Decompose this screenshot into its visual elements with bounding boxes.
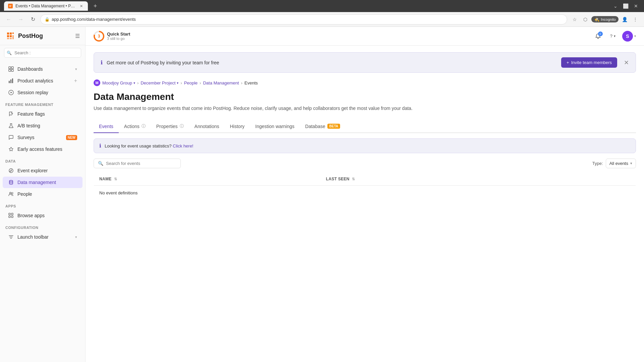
name-sort-icon: ⇅	[114, 177, 117, 181]
sidebar-item-data-management-label: Data management	[17, 180, 77, 185]
tab-properties[interactable]: Properties ⓘ	[151, 120, 189, 133]
new-tab-button[interactable]: +	[91, 1, 100, 11]
tab-actions[interactable]: Actions ⓘ	[119, 120, 151, 133]
sidebar-nav: Dashboards ▾ Product analytics + Session…	[0, 60, 85, 362]
window-maximize-button[interactable]: ⬜	[621, 3, 631, 9]
sidebar-item-product-analytics[interactable]: Product analytics +	[3, 75, 83, 86]
tab-title: Events • Data Management • Po...	[15, 4, 76, 8]
last-seen-column-header[interactable]: LAST SEEN ⇅	[321, 173, 636, 186]
account-button[interactable]: 👤	[620, 15, 629, 24]
sidebar-item-browse-apps[interactable]: Browse apps	[3, 210, 83, 221]
add-icon[interactable]: +	[74, 78, 77, 84]
sidebar-search-icon: 🔍	[7, 51, 12, 55]
window-close-button[interactable]: ✕	[632, 3, 640, 9]
sidebar-item-launch-toolbar[interactable]: Launch toolbar ▾	[3, 231, 83, 243]
tab-events[interactable]: Events	[94, 120, 119, 133]
posthog-logo-icon	[5, 31, 15, 41]
svg-rect-4	[11, 69, 13, 71]
sidebar-item-ab-testing[interactable]: A/B testing	[3, 120, 83, 131]
tabs: Events Actions ⓘ Properties ⓘ Annotation…	[94, 120, 636, 133]
type-filter-value: All events	[609, 161, 628, 166]
sidebar-item-early-access[interactable]: Early access features	[3, 143, 83, 155]
sidebar-item-session-replay-label: Session replay	[17, 90, 77, 95]
lock-icon: 🔒	[45, 17, 50, 22]
sidebar-item-event-explorer[interactable]: Event explorer	[3, 165, 83, 176]
bookmark-button[interactable]: ☆	[570, 15, 579, 24]
breadcrumb-sep-2: ›	[180, 80, 182, 85]
breadcrumb-current: Events	[245, 80, 258, 85]
sidebar-item-session-replay[interactable]: Session replay	[3, 87, 83, 98]
invite-banner: ℹ Get more out of PostHog by inviting yo…	[94, 52, 636, 73]
breadcrumb-sep-3: ›	[200, 80, 201, 85]
svg-rect-1	[9, 67, 11, 69]
events-search-input[interactable]	[106, 161, 176, 166]
tab-history[interactable]: History	[225, 120, 250, 133]
database-beta-badge: BETA	[327, 124, 340, 129]
invite-label: Invite team members	[571, 60, 612, 65]
posthog-logo[interactable]: PostHog	[5, 31, 43, 41]
sidebar-item-feature-flags[interactable]: Feature flags	[3, 108, 83, 120]
breadcrumb-data-mgmt[interactable]: Data Management	[203, 80, 239, 85]
sidebar-item-ab-testing-label: A/B testing	[17, 123, 77, 128]
reload-button[interactable]: ↻	[28, 15, 38, 24]
extensions-button[interactable]: ⬡	[581, 15, 590, 24]
project-dropdown-icon: ▾	[177, 81, 178, 85]
type-filter-select[interactable]: All events ▾	[606, 159, 636, 168]
quick-start-text: Quick Start 3 still to go	[107, 32, 130, 41]
tab-ingestion-label: Ingestion warnings	[255, 124, 294, 129]
posthog-logo-text: PostHog	[18, 33, 43, 40]
sidebar-header: PostHog ☰	[0, 27, 85, 45]
menu-button[interactable]: ⋮	[631, 15, 640, 24]
quick-start[interactable]: 3 Quick Start 3 still to go	[94, 31, 130, 42]
type-filter-chevron: ▾	[630, 161, 632, 166]
browser-navbar: ← → ↻ 🔒 app.posthog.com/data-management/…	[0, 12, 644, 27]
tab-history-label: History	[230, 124, 245, 129]
database-icon	[8, 179, 14, 185]
sidebar-search-input[interactable]	[4, 48, 81, 58]
table-header-row: NAME ⇅ LAST SEEN ⇅	[94, 173, 636, 186]
info-box-link[interactable]: Click here!	[173, 143, 193, 148]
incognito-icon: 🕵	[594, 17, 599, 22]
back-button[interactable]: ←	[4, 15, 13, 24]
svg-point-11	[10, 192, 11, 194]
sidebar-item-data-management[interactable]: Data management	[3, 177, 83, 188]
sidebar-toggle-button[interactable]: ☰	[75, 33, 80, 39]
svg-rect-6	[10, 79, 11, 83]
banner-close-button[interactable]: ✕	[624, 59, 629, 66]
tab-ingestion[interactable]: Ingestion warnings	[250, 120, 300, 133]
tab-annotations[interactable]: Annotations	[189, 120, 225, 133]
user-avatar-wrapper[interactable]: S ▾	[622, 31, 636, 42]
info-box-text: Looking for event usage statistics? Clic…	[105, 143, 194, 148]
incognito-badge: 🕵 Incognito	[591, 16, 619, 22]
data-section: DATA	[0, 155, 85, 165]
last-seen-column-label: LAST SEEN	[326, 177, 350, 181]
main-content: 3 Quick Start 3 still to go 0 ? ▾ S	[86, 27, 644, 362]
invite-team-members-button[interactable]: + Invite team members	[561, 57, 617, 68]
browser-tab[interactable]: Events • Data Management • Po... ✕	[4, 1, 88, 11]
toolbar-icon	[8, 234, 14, 240]
forward-button[interactable]: →	[16, 15, 25, 24]
play-icon	[8, 89, 14, 96]
flag-icon	[8, 111, 14, 117]
tab-database[interactable]: Database BETA	[300, 120, 345, 133]
name-column-header[interactable]: NAME ⇅	[94, 173, 321, 186]
compass-icon	[8, 168, 14, 174]
tab-close-button[interactable]: ✕	[78, 3, 84, 9]
notifications-button[interactable]: 0	[593, 31, 603, 42]
sidebar-item-people[interactable]: People	[3, 188, 83, 200]
breadcrumb-org[interactable]: Moodjoy Group ▾	[102, 80, 135, 85]
sidebar-item-product-analytics-label: Product analytics	[17, 78, 71, 83]
help-button[interactable]: ? ▾	[607, 32, 618, 41]
sidebar-item-browse-apps-label: Browse apps	[17, 213, 77, 218]
window-minimize-button[interactable]: ⌄	[611, 3, 620, 9]
breadcrumb-project[interactable]: December Project ▾	[141, 80, 178, 85]
tab-database-label: Database	[305, 124, 325, 129]
sidebar-item-dashboards[interactable]: Dashboards ▾	[3, 63, 83, 75]
tab-properties-label: Properties	[156, 124, 178, 129]
sidebar-item-surveys[interactable]: Surveys NEW	[3, 132, 83, 143]
events-search-box[interactable]: 🔍	[94, 159, 181, 168]
quick-start-progress: 3	[94, 31, 104, 42]
address-bar[interactable]: 🔒 app.posthog.com/data-management/events	[40, 14, 567, 24]
breadcrumb-people[interactable]: People	[184, 80, 198, 85]
sidebar-item-feature-flags-label: Feature flags	[17, 111, 77, 117]
